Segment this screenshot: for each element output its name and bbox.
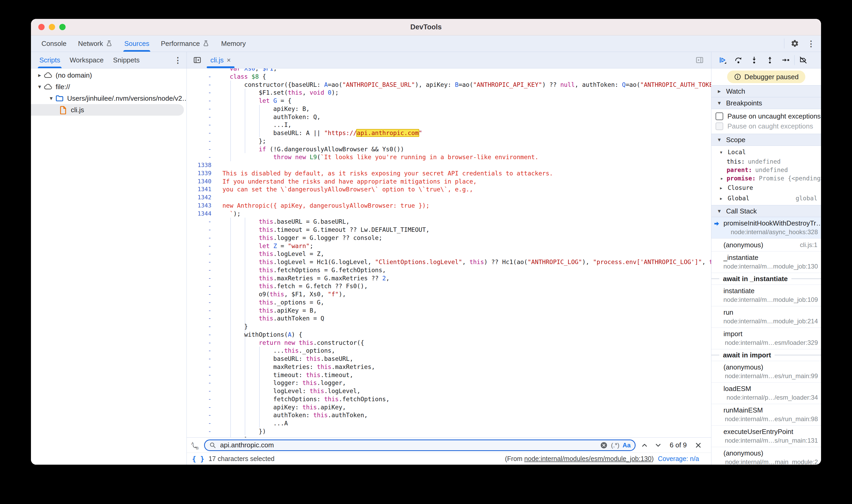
chevron-down-icon[interactable]: ▾ (47, 95, 55, 102)
chevron-right-icon[interactable]: ▸ (36, 72, 43, 79)
step-over-button[interactable] (731, 54, 745, 66)
call-stack-frame-import[interactable]: importnode:internal/m…esm/loader:329 (711, 328, 821, 349)
toggle-navigator-icon[interactable] (192, 54, 203, 66)
line-gutter[interactable]: - (187, 290, 218, 299)
settings-button[interactable] (789, 38, 801, 49)
minimize-window-button[interactable] (49, 24, 55, 30)
clear-search-icon[interactable] (600, 441, 608, 449)
line-gutter[interactable]: - (187, 355, 218, 363)
section-scope[interactable]: ▾ Scope (711, 134, 821, 146)
scope-group-global[interactable]: ▸Globalglobal (711, 193, 821, 203)
section-watch[interactable]: ▸ Watch (711, 85, 821, 97)
breakpoint-option-pause-on-uncaught-exceptions[interactable]: Pause on uncaught exceptions (711, 111, 821, 121)
scope-group-local[interactable]: ▾Local (711, 147, 821, 157)
navigator-tab-workspace[interactable]: Workspace (65, 52, 108, 68)
line-gutter[interactable]: - (187, 299, 218, 307)
line-gutter[interactable]: - (187, 105, 218, 113)
line-gutter[interactable]: - (187, 129, 218, 137)
close-search-icon[interactable] (694, 439, 703, 451)
line-gutter[interactable]: - (187, 282, 218, 290)
step-button[interactable] (779, 54, 793, 66)
tree-item-file[interactable]: ▾file:// (31, 81, 187, 93)
tab-performance[interactable]: Performance (155, 35, 215, 52)
line-gutter[interactable]: - (187, 387, 218, 395)
line-gutter[interactable]: - (187, 121, 218, 129)
line-gutter[interactable]: - (187, 307, 218, 315)
line-gutter[interactable]: 1339 (187, 169, 218, 178)
line-gutter[interactable]: - (187, 73, 218, 81)
more-options-button[interactable]: ⋮ (805, 38, 817, 49)
tab-sources[interactable]: Sources (119, 35, 155, 52)
line-gutter[interactable]: - (187, 379, 218, 387)
line-gutter[interactable]: - (187, 419, 218, 428)
tab-console[interactable]: Console (36, 35, 72, 52)
call-stack-frame-instantiate[interactable]: _instantiatenode:internal/m…module_job:1… (711, 251, 821, 273)
call-stack-frame-runmainesm[interactable]: runMainESMnode:internal/m…es/run_main:98 (711, 404, 821, 426)
line-gutter[interactable] (187, 69, 218, 73)
file-tab-clijs[interactable]: cli.js × (205, 52, 236, 68)
source-origin-link[interactable]: node:internal/modules/esm/module_job:130 (525, 455, 652, 462)
scope-variable-promise[interactable]: ▸promise:Promise {<pending>} (711, 174, 821, 182)
line-gutter[interactable]: - (187, 435, 218, 438)
tree-item-cli-js[interactable]: cli.js (31, 104, 184, 116)
regex-toggle[interactable]: (.*) (611, 442, 619, 449)
line-gutter[interactable]: - (187, 323, 218, 331)
line-gutter[interactable]: - (187, 81, 218, 89)
line-gutter[interactable]: 1338 (187, 161, 218, 169)
replace-toggle-icon[interactable]: AB (191, 441, 200, 450)
line-gutter[interactable]: - (187, 145, 218, 154)
scope-group-closure[interactable]: ▸Closure (711, 182, 821, 193)
line-gutter[interactable]: 1340 (187, 178, 218, 186)
chevron-down-icon[interactable]: ▾ (36, 84, 43, 90)
line-gutter[interactable]: - (187, 314, 218, 323)
line-gutter[interactable]: - (187, 266, 218, 274)
call-stack-frame-anonymous[interactable]: (anonymous)cli.js:1 (711, 239, 821, 251)
resume-button[interactable] (715, 54, 730, 66)
navigator-tab-scripts[interactable]: Scripts (35, 52, 65, 68)
line-gutter[interactable]: 1344 (187, 210, 218, 218)
step-into-button[interactable] (747, 54, 761, 66)
line-gutter[interactable]: - (187, 226, 218, 234)
line-gutter[interactable]: - (187, 347, 218, 355)
step-out-button[interactable] (763, 54, 777, 66)
tab-memory[interactable]: Memory (215, 35, 252, 52)
line-gutter[interactable]: - (187, 153, 218, 161)
line-gutter[interactable]: - (187, 137, 218, 145)
toggle-debugger-sidebar-icon[interactable] (694, 54, 705, 66)
next-match-icon[interactable] (653, 439, 663, 451)
line-gutter[interactable]: - (187, 89, 218, 97)
tree-item-users-jinhuilee-nvm-versions-node-v2[interactable]: ▾Users/jinhuilee/.nvm/versions/node/v2… (31, 93, 187, 104)
line-gutter[interactable]: - (187, 403, 218, 411)
maximize-window-button[interactable] (59, 24, 66, 30)
line-gutter[interactable]: - (187, 242, 218, 250)
line-gutter[interactable]: - (187, 363, 218, 371)
call-stack-frame-anonymous[interactable]: (anonymous)node:internal/m…es/run_main:9… (711, 361, 821, 383)
deactivate-breakpoints-button[interactable] (796, 54, 810, 66)
line-gutter[interactable]: - (187, 258, 218, 266)
call-stack-frame-instantiate[interactable]: instantiatenode:internal/m…module_job:10… (711, 285, 821, 306)
scope-variable-this[interactable]: this:undefined (711, 157, 821, 166)
line-gutter[interactable]: - (187, 113, 218, 121)
line-gutter[interactable]: 1343 (187, 202, 218, 210)
line-gutter[interactable]: - (187, 218, 218, 226)
call-stack-frame-promiseinithookwithdestroytr[interactable]: promiseInitHookWithDestroyTr…node:intern… (711, 217, 821, 239)
line-gutter[interactable]: - (187, 371, 218, 379)
previous-match-icon[interactable] (640, 439, 649, 451)
line-gutter[interactable]: 1342 (187, 194, 218, 202)
line-gutter[interactable]: - (187, 411, 218, 419)
line-gutter[interactable]: - (187, 234, 218, 242)
close-window-button[interactable] (38, 24, 45, 30)
scope-variable-parent[interactable]: parent:undefined (711, 166, 821, 174)
pretty-print-icon[interactable]: { } (192, 455, 205, 463)
navigator-more-button[interactable]: ⋮ (174, 56, 182, 65)
line-gutter[interactable]: - (187, 428, 218, 435)
line-gutter[interactable]: - (187, 395, 218, 403)
section-breakpoints[interactable]: ▾ Breakpoints (711, 97, 821, 109)
checkbox-unchecked[interactable] (715, 112, 723, 120)
tab-network[interactable]: Network (72, 35, 118, 52)
line-gutter[interactable]: - (187, 339, 218, 347)
navigator-tab-snippets[interactable]: Snippets (108, 52, 144, 68)
line-gutter[interactable]: 1341 (187, 185, 218, 194)
search-input[interactable] (219, 441, 597, 449)
coverage-link[interactable]: Coverage: n/a (658, 455, 699, 463)
